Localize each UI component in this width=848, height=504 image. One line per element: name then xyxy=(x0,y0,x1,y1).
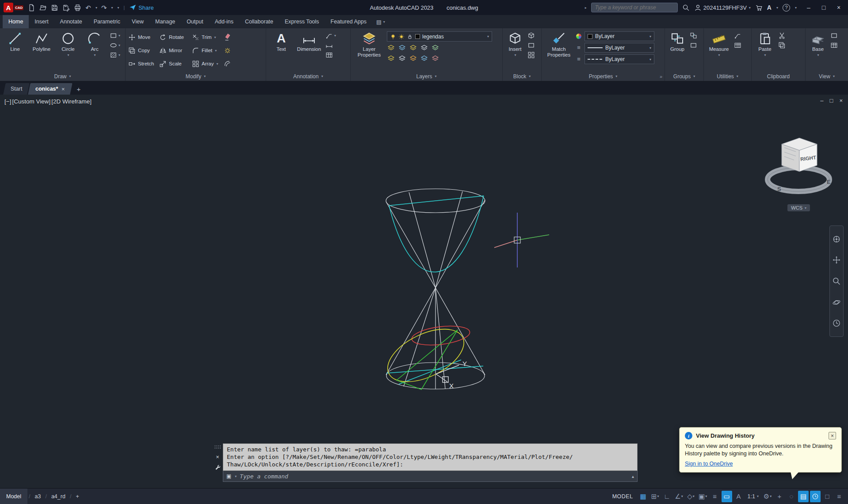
layer-isolate-button[interactable] xyxy=(398,44,406,52)
ribbon-tab-view[interactable]: View xyxy=(126,15,149,28)
new-file-icon[interactable] xyxy=(28,4,35,11)
search-input[interactable] xyxy=(595,4,674,11)
layer-make-current-button[interactable] xyxy=(431,44,439,52)
command-prompt-caret-icon[interactable]: ▾ xyxy=(235,474,237,478)
layer-thaw-button[interactable] xyxy=(409,54,417,63)
plot-icon[interactable] xyxy=(74,4,81,11)
help-icon[interactable]: ? xyxy=(783,4,790,11)
search-expand-icon[interactable]: ▸ xyxy=(585,6,587,10)
annotation-panel-label[interactable]: Annotation ▾ xyxy=(266,72,350,81)
hatch-tool-button[interactable]: ▾ xyxy=(110,51,120,59)
model-space-label[interactable]: MODEL xyxy=(612,493,633,500)
autodesk-apps-dropdown-icon[interactable]: ▾ xyxy=(776,6,778,10)
viewport-restore-icon[interactable]: □ xyxy=(830,97,833,104)
cut-button[interactable] xyxy=(778,32,786,39)
viewport-view-control[interactable]: [Custom View] xyxy=(12,98,50,105)
viewport-config-button[interactable] xyxy=(830,32,838,39)
autodesk-apps-icon[interactable]: A xyxy=(767,4,772,11)
ribbon-tab-addins[interactable]: Add-ins xyxy=(209,15,239,28)
file-tab-start[interactable]: Start xyxy=(3,83,30,95)
command-input[interactable]: ▣ ▾ Type a command ▴ xyxy=(223,471,638,482)
mirror-button[interactable]: Mirror xyxy=(159,47,192,54)
layer-unisolate-button[interactable] xyxy=(398,54,406,63)
layout-tab-a3[interactable]: a3 xyxy=(32,493,44,500)
insert-button[interactable]: Insert ▾ xyxy=(505,31,525,57)
pan-icon[interactable] xyxy=(832,256,841,264)
ribbon-tab-collaborate[interactable]: Collaborate xyxy=(239,15,279,28)
viewport-minus-control[interactable]: [−] xyxy=(4,98,11,105)
ungroup-button[interactable] xyxy=(690,32,697,39)
file-tab-conicas[interactable]: conicas* × xyxy=(28,83,73,95)
line-button[interactable]: Line xyxy=(3,31,27,52)
rectangle-flyout-icon[interactable]: ▾ xyxy=(118,34,120,38)
navigation-wheel-icon[interactable] xyxy=(832,235,841,244)
app-store-cart-icon[interactable] xyxy=(755,4,763,11)
command-close-icon[interactable]: × xyxy=(216,454,219,460)
selection-cycling-toggle[interactable]: ▭ xyxy=(722,491,732,502)
view-cube[interactable]: RIGHT S E xyxy=(761,126,837,217)
layer-match-button[interactable] xyxy=(431,54,439,63)
layer-off-button[interactable] xyxy=(387,44,395,52)
clean-screen-button[interactable]: □ xyxy=(822,491,833,502)
array-flyout-icon[interactable]: ▾ xyxy=(216,62,218,66)
show-motion-icon[interactable] xyxy=(832,319,841,328)
isolate-objects-button[interactable]: ◌ xyxy=(786,491,797,502)
autocad-app-menu[interactable]: A CAD xyxy=(4,3,23,12)
linetype-caret-icon[interactable]: ▾ xyxy=(649,57,651,61)
maximize-button[interactable]: □ xyxy=(816,0,831,15)
arc-button[interactable]: Arc ▾ xyxy=(82,31,107,57)
ribbon-tab-home[interactable]: Home xyxy=(3,15,29,28)
edit-attributes-button[interactable] xyxy=(527,51,535,59)
hatch-flyout-icon[interactable]: ▾ xyxy=(118,53,120,57)
ellipse-tool-button[interactable]: ▾ xyxy=(110,42,120,49)
copy-button[interactable]: Copy xyxy=(128,47,159,54)
command-history-expand-icon[interactable]: ▴ xyxy=(632,474,634,479)
circle-button[interactable]: Circle ▾ xyxy=(56,31,80,57)
lineweight-caret-icon[interactable]: ▾ xyxy=(649,46,651,50)
graphics-performance-button[interactable]: ▤ xyxy=(798,491,809,502)
ribbon-tab-express-tools[interactable]: Express Tools xyxy=(279,15,325,28)
measure-button[interactable]: Measure ▾ xyxy=(707,31,731,57)
ellipse-flyout-icon[interactable]: ▾ xyxy=(118,43,120,47)
drawing-history-button[interactable] xyxy=(810,491,821,502)
viewport-close-icon[interactable]: × xyxy=(839,97,843,104)
explode-button[interactable] xyxy=(224,47,235,54)
circle-flyout-icon[interactable]: ▾ xyxy=(67,53,69,57)
groups-panel-label[interactable]: Groups ▾ xyxy=(665,72,703,81)
paste-flyout-icon[interactable]: ▾ xyxy=(764,53,766,57)
layer-freeze-button[interactable] xyxy=(409,44,417,52)
compass-east-label[interactable]: E xyxy=(827,179,831,185)
clipboard-panel-label[interactable]: Clipboard xyxy=(752,72,805,81)
onedrive-signin-link[interactable]: Sign in to OneDrive xyxy=(685,461,733,467)
notification-close-button[interactable]: × xyxy=(829,432,836,439)
text-button[interactable]: A Text xyxy=(269,31,294,52)
save-icon[interactable] xyxy=(51,4,58,11)
layer-thaw-sun-icon[interactable] xyxy=(398,34,405,40)
base-button[interactable]: Base ▾ xyxy=(808,31,828,57)
utilities-panel-label[interactable]: Utilities ▾ xyxy=(704,72,751,81)
ribbon-tab-parametric[interactable]: Parametric xyxy=(88,15,126,28)
layer-on-button[interactable] xyxy=(387,54,395,63)
command-prompt-icon[interactable]: ▣ xyxy=(226,473,231,479)
model-tab[interactable]: Model xyxy=(0,489,27,504)
open-file-icon[interactable] xyxy=(39,4,47,11)
command-history[interactable]: Enter name list of layer(s) to thaw: =pa… xyxy=(223,443,638,471)
match-properties-button[interactable]: Match Properties xyxy=(544,31,573,58)
annotation-visibility-toggle[interactable]: A xyxy=(733,491,744,502)
erase-button[interactable] xyxy=(224,34,235,41)
stretch-button[interactable]: Stretch xyxy=(128,60,159,68)
viewport-style-control[interactable]: [2D Wireframe] xyxy=(51,98,92,105)
help-search-box[interactable] xyxy=(591,3,678,12)
file-tab-close-icon[interactable]: × xyxy=(62,86,65,92)
trim-button[interactable]: Trim▾ xyxy=(192,34,224,41)
annotation-monitor-toggle[interactable]: + xyxy=(774,491,785,502)
ribbon-tab-insert[interactable]: Insert xyxy=(29,15,54,28)
edit-block-button[interactable] xyxy=(527,42,535,49)
scale-button[interactable]: Scale xyxy=(159,60,192,68)
wcs-selector[interactable]: WCS ▾ xyxy=(787,204,810,211)
base-flyout-icon[interactable]: ▾ xyxy=(817,53,819,57)
new-drawing-tab-button[interactable]: + xyxy=(72,83,85,95)
layer-lock-icon[interactable] xyxy=(407,34,413,40)
command-grip-handle[interactable] xyxy=(214,444,221,450)
insert-flyout-icon[interactable]: ▾ xyxy=(514,53,516,57)
